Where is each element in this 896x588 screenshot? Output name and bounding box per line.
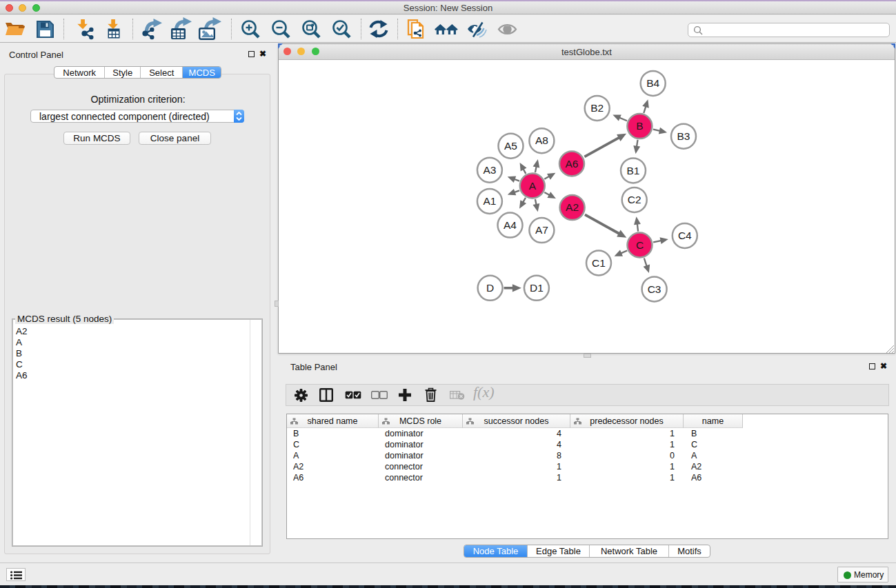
svg-text:C3: C3: [648, 283, 661, 295]
svg-text:A1: A1: [483, 195, 496, 207]
svg-text:B: B: [636, 120, 643, 132]
svg-text:A3: A3: [483, 164, 496, 176]
svg-text:B2: B2: [590, 102, 604, 114]
svg-text:A5: A5: [504, 140, 517, 152]
svg-text:A2: A2: [566, 201, 579, 213]
svg-text:B1: B1: [627, 165, 640, 176]
svg-text:A6: A6: [566, 158, 579, 170]
svg-text:C4: C4: [678, 230, 692, 241]
svg-text:C2: C2: [628, 194, 641, 205]
svg-text:A7: A7: [535, 224, 548, 236]
svg-text:C: C: [636, 239, 644, 251]
svg-text:A8: A8: [535, 134, 548, 146]
svg-text:A: A: [529, 180, 537, 192]
svg-text:B4: B4: [646, 77, 659, 89]
svg-text:B3: B3: [677, 130, 690, 142]
svg-text:A4: A4: [504, 219, 517, 231]
svg-text:D: D: [486, 282, 494, 294]
svg-text:C1: C1: [592, 257, 606, 269]
svg-text:D1: D1: [530, 282, 544, 294]
